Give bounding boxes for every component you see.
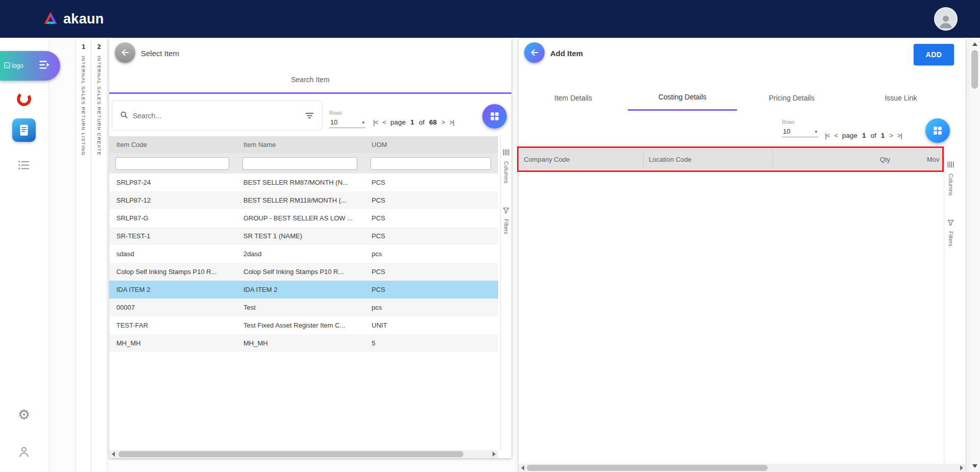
topbar: akaun	[0, 0, 980, 38]
document-app-icon[interactable]	[12, 118, 36, 142]
scroll-down-arrow[interactable]	[969, 461, 980, 470]
column-header-item-name: Item Name	[236, 141, 364, 148]
columns-toggle[interactable]: Columns	[947, 161, 954, 195]
filters-label: Filters	[948, 231, 954, 246]
table-row[interactable]: SRLP87-12BEST SELLER RM118/MONTH (...PCS	[109, 191, 498, 209]
grid-view-button[interactable]	[925, 118, 950, 143]
prev-page-button[interactable]: <	[834, 132, 838, 139]
filter-list-icon[interactable]	[304, 110, 315, 121]
costing-table-header: Company Code Location Code Qty Mov	[519, 148, 942, 170]
filters-label: Filters	[503, 219, 509, 234]
rows-per-page-select[interactable]: Rows 10 ▾	[782, 119, 818, 137]
horizontal-scrollbar[interactable]	[519, 464, 966, 472]
table-side-rail: Columns Filters	[944, 148, 957, 464]
tab-pricing-details[interactable]: Pricing Details	[737, 85, 846, 111]
brand[interactable]: akaun	[43, 11, 104, 27]
list-menu-icon[interactable]	[17, 158, 31, 172]
arrow-left-icon	[120, 47, 130, 58]
pagination: |< < page 1 of 1 > >|	[825, 132, 902, 139]
pagination: |< < page 1 of 68 > >|	[373, 118, 454, 126]
filter-input-item-code[interactable]	[115, 157, 229, 170]
current-page: 1	[410, 118, 414, 126]
tab-issue-link[interactable]: Issue Link	[846, 85, 955, 111]
collapse-menu-icon[interactable]	[38, 58, 52, 74]
add-button[interactable]: ADD	[914, 44, 954, 65]
scrollbar-thumb[interactable]	[971, 50, 978, 89]
search-input[interactable]	[133, 112, 300, 120]
columns-label: Columns	[948, 173, 954, 195]
prev-page-button[interactable]: <	[382, 118, 386, 126]
columns-toggle[interactable]: Columns	[502, 148, 510, 183]
table-row[interactable]: sdasd2dasdpcs	[109, 245, 498, 263]
rows-label: Rows	[782, 119, 818, 125]
items-table-body: SRLP87-24BEST SELLER RM87/MONTH (N...PCS…	[109, 173, 498, 352]
tab-search-item[interactable]: Search Item	[109, 67, 511, 94]
column-header-item-code: Item Code	[109, 141, 236, 148]
scroll-left-arrow[interactable]	[109, 450, 117, 458]
table-row[interactable]: SR-TEST-1SR TEST 1 (NAME)PCS	[109, 227, 498, 245]
back-button[interactable]	[115, 42, 135, 63]
filters-toggle[interactable]: Filters	[503, 207, 509, 234]
column-header-uom: UOM	[364, 141, 498, 148]
settings-icon[interactable]: ⚙	[18, 408, 30, 422]
grid-view-button[interactable]	[482, 104, 507, 129]
app-screen: akaun logo	[0, 0, 980, 472]
vertical-tab-internal-sales-return-create[interactable]: 2 INTERNAL SALES RETURN CREATE	[91, 38, 107, 472]
gear-glyph: ⚙	[18, 408, 30, 422]
scroll-up-arrow[interactable]	[969, 39, 980, 48]
profile-icon[interactable]	[17, 445, 31, 459]
columns-label: Columns	[503, 161, 509, 183]
page-vertical-scrollbar[interactable]	[969, 38, 980, 472]
page-word: page	[390, 118, 406, 126]
filter-input-item-name[interactable]	[242, 157, 357, 170]
table-row[interactable]: TEST-FARTest Fixed Asset Register Item C…	[109, 316, 498, 334]
tab-label: INTERNAL SALES RETURN LISTING	[81, 56, 86, 156]
tab-item-details[interactable]: Item Details	[519, 85, 628, 111]
user-avatar[interactable]	[934, 7, 958, 31]
scroll-right-arrow[interactable]	[490, 450, 498, 458]
horizontal-scrollbar[interactable]	[109, 450, 498, 458]
workspace-logo-chip[interactable]: logo	[0, 51, 60, 81]
rows-label: Rows	[329, 110, 365, 116]
rows-per-page-select[interactable]: Rows 10 ▾	[329, 110, 365, 128]
pdf-app-icon[interactable]	[16, 91, 32, 107]
columns-icon	[502, 148, 510, 158]
page-word: page	[842, 132, 857, 139]
first-page-button[interactable]: |<	[373, 118, 378, 126]
column-header-company-code: Company Code	[519, 148, 643, 170]
sidebar: logo ⚙	[0, 38, 48, 472]
last-page-button[interactable]: >|	[897, 132, 902, 139]
total-pages: 1	[881, 132, 885, 139]
last-page-button[interactable]: >|	[449, 118, 454, 126]
rows-value: 10	[783, 128, 790, 135]
table-row[interactable]: Colop Self Inking Stamps P10 R...Colop S…	[109, 263, 498, 281]
table-row-selected[interactable]: IDA ITEM 2IDA ITEM 2PCS	[109, 281, 498, 299]
filter-input-uom[interactable]	[371, 157, 491, 170]
current-page: 1	[862, 132, 866, 139]
table-side-rail: Columns Filters	[500, 136, 511, 450]
table-row[interactable]: SRLP87-GGROUP - BEST SELLER AS LOW ...PC…	[109, 209, 498, 227]
column-header-location-code: Location Code	[643, 148, 773, 170]
tab-costing-details[interactable]: Costing Details	[628, 85, 737, 111]
search-icon	[119, 110, 129, 121]
vertical-tab-internal-sales-return-listing[interactable]: 1 INTERNAL SALES RETURN LISTING	[76, 38, 91, 472]
broken-image-icon	[4, 61, 10, 70]
scroll-right-arrow[interactable]	[958, 464, 966, 472]
table-row[interactable]: SRLP87-24BEST SELLER RM87/MONTH (N...PCS	[109, 173, 498, 191]
filter-funnel-icon	[503, 207, 509, 216]
grid-icon	[932, 125, 943, 136]
back-button[interactable]	[524, 42, 545, 63]
filters-toggle[interactable]: Filters	[947, 219, 954, 246]
next-page-button[interactable]: >	[889, 132, 893, 139]
of-word: of	[419, 118, 424, 126]
add-item-tabs: Item Details Costing Details Pricing Det…	[519, 85, 955, 111]
table-row[interactable]: MH_MHMH_MH5	[109, 334, 498, 352]
column-header-qty: Qty	[773, 148, 894, 170]
first-page-button[interactable]: |<	[825, 132, 829, 139]
scrollbar-thumb[interactable]	[118, 451, 463, 457]
next-page-button[interactable]: >	[442, 118, 445, 126]
rows-value: 10	[330, 118, 337, 126]
scroll-left-arrow[interactable]	[519, 464, 527, 472]
table-row[interactable]: 00007Testpcs	[109, 299, 498, 316]
scrollbar-thumb[interactable]	[527, 465, 768, 471]
